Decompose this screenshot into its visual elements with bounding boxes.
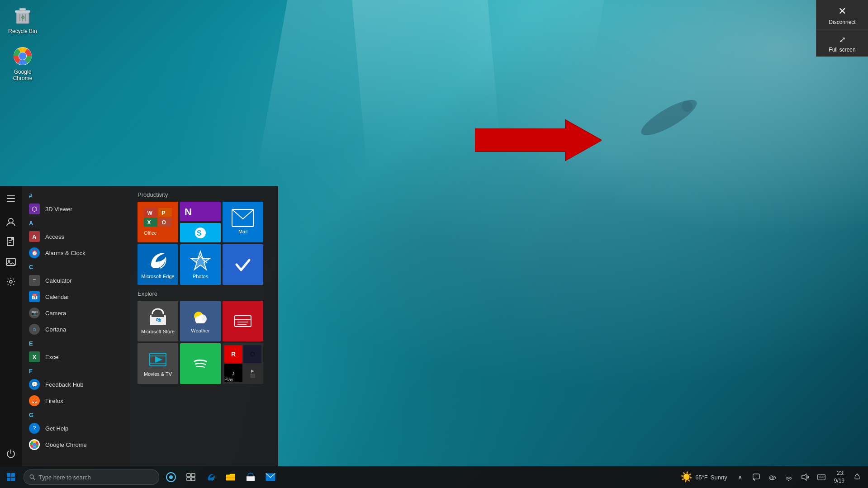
app-access[interactable]: A Access xyxy=(22,228,130,245)
hamburger-menu[interactable] xyxy=(2,190,20,208)
tile-spotify[interactable] xyxy=(180,343,221,384)
section-f: F xyxy=(22,365,130,376)
section-g: G xyxy=(22,409,130,420)
settings-icon[interactable] xyxy=(2,273,20,291)
tile-mail[interactable]: Mail xyxy=(223,202,263,242)
svg-rect-54 xyxy=(11,478,15,481)
tray-keyboard[interactable] xyxy=(814,470,829,484)
svg-text:N: N xyxy=(185,206,192,218)
tile-photos-label: Photos xyxy=(193,274,208,280)
app-google-chrome[interactable]: Google Chrome xyxy=(22,436,130,453)
tiles-row-4: Movies & TV R xyxy=(138,343,271,384)
app-excel[interactable]: X Excel xyxy=(22,349,130,365)
svg-text:O: O xyxy=(162,219,166,226)
tile-skype[interactable]: S xyxy=(180,223,221,242)
search-input[interactable] xyxy=(39,474,153,481)
svg-rect-61 xyxy=(187,478,190,481)
tiles-row-2: Microsoft Edge Photos xyxy=(138,244,271,285)
app-feedback-hub-label: Feedback Hub xyxy=(45,381,84,388)
svg-point-57 xyxy=(166,473,175,482)
start-button[interactable] xyxy=(0,466,22,488)
notification-icon[interactable] xyxy=(850,470,864,484)
svg-point-58 xyxy=(169,475,173,479)
tile-ms-store-label: Microsoft Store xyxy=(141,329,175,335)
tray-network[interactable] xyxy=(782,470,796,484)
disconnect-label: Disconnect xyxy=(829,19,855,25)
app-get-help-icon: ? xyxy=(29,423,40,434)
weather-temp: 65°F xyxy=(695,474,708,481)
app-camera[interactable]: 📷 Camera xyxy=(22,305,130,321)
app-cortana[interactable]: ○ Cortana xyxy=(22,321,130,337)
tile-movies-label: Movies & TV xyxy=(144,371,172,377)
svg-point-55 xyxy=(30,475,33,479)
app-feedback-hub[interactable]: 💬 Feedback Hub xyxy=(22,376,130,393)
app-3d-viewer-icon: ⬡ xyxy=(29,204,40,214)
taskbar-mail[interactable] xyxy=(261,466,280,488)
app-access-icon: A xyxy=(29,231,40,242)
app-firefox-icon: 🦊 xyxy=(29,395,40,406)
app-calculator-label: Calculator xyxy=(45,277,72,284)
svg-line-56 xyxy=(33,478,35,480)
recycle-bin-icon[interactable]: ♻ Recycle Bin xyxy=(5,5,41,34)
tiles-row-3: 🛍 Microsoft Store Weather xyxy=(138,301,271,341)
app-get-help[interactable]: ? Get Help xyxy=(22,420,130,436)
tile-photos[interactable]: Photos xyxy=(180,244,221,285)
app-firefox[interactable]: 🦊 Firefox xyxy=(22,393,130,409)
tile-weather[interactable]: Weather xyxy=(180,301,221,341)
user-icon[interactable] xyxy=(2,213,20,231)
documents-icon[interactable] xyxy=(2,233,20,251)
svg-text:P: P xyxy=(162,209,166,216)
tile-news[interactable] xyxy=(223,301,263,341)
pictures-icon[interactable] xyxy=(2,253,20,271)
taskbar: ☀️ 65°F Sunny ∧ xyxy=(0,466,868,488)
recycle-bin-image: ♻ xyxy=(12,5,33,26)
tile-play-roblox: R xyxy=(224,345,242,363)
svg-text:W: W xyxy=(147,209,153,216)
recycle-bin-label: Recycle Bin xyxy=(8,28,37,34)
fullscreen-button[interactable]: ⤢ Full-screen xyxy=(816,29,868,57)
svg-rect-59 xyxy=(187,474,190,477)
svg-point-72 xyxy=(788,480,789,481)
section-c: C xyxy=(22,261,130,272)
disconnect-button[interactable]: ✕ Disconnect xyxy=(816,0,868,29)
taskbar-edge[interactable] xyxy=(201,466,221,488)
clock[interactable]: 23: 9/19 xyxy=(830,469,848,485)
svg-marker-47 xyxy=(155,356,162,363)
app-3d-viewer[interactable]: ⬡ 3D Viewer xyxy=(22,201,130,217)
weather-icon: ☀️ xyxy=(680,471,693,483)
tile-ms-store[interactable]: 🛍 Microsoft Store xyxy=(138,301,178,341)
app-alarms[interactable]: ⏰ Alarms & Clock xyxy=(22,245,130,261)
google-chrome-icon[interactable]: Google Chrome xyxy=(5,45,41,82)
tray-speaker[interactable] xyxy=(798,470,812,484)
tile-play[interactable]: R ⬡ ♪ ▶ ⬛ Play xyxy=(223,343,263,384)
red-arrow xyxy=(475,118,602,163)
tile-tasks[interactable] xyxy=(223,244,263,285)
power-icon[interactable] xyxy=(2,445,20,463)
tray-cloud[interactable] xyxy=(765,470,780,484)
search-bar[interactable] xyxy=(24,469,159,485)
tile-mail-label: Mail xyxy=(238,229,247,235)
tray-chat[interactable] xyxy=(749,470,764,484)
app-calendar[interactable]: 📅 Calendar xyxy=(22,289,130,305)
tile-onenote[interactable]: N xyxy=(180,202,221,221)
weather-tray[interactable]: ☀️ 65°F Sunny xyxy=(677,466,730,488)
app-calculator[interactable]: = Calculator xyxy=(22,272,130,289)
app-camera-icon: 📷 xyxy=(29,308,40,318)
app-cortana-icon: ○ xyxy=(29,324,40,335)
svg-rect-63 xyxy=(226,475,235,480)
cortana-taskbar-button[interactable] xyxy=(161,466,181,488)
app-excel-label: Excel xyxy=(45,354,60,360)
app-feedback-hub-icon: 💬 xyxy=(29,379,40,390)
svg-rect-5 xyxy=(19,8,26,11)
task-view-button[interactable] xyxy=(181,466,201,488)
tile-edge[interactable]: Microsoft Edge xyxy=(138,244,178,285)
svg-rect-51 xyxy=(7,473,10,477)
tile-office[interactable]: W P X O Office xyxy=(138,202,178,242)
tray-chevron[interactable]: ∧ xyxy=(733,470,747,484)
taskbar-explorer[interactable] xyxy=(221,466,241,488)
section-hash: # xyxy=(22,190,130,201)
app-list-panel: # ⬡ 3D Viewer A A Access ⏰ Alarms & Cloc… xyxy=(22,186,130,466)
svg-rect-62 xyxy=(191,478,195,481)
tile-movies[interactable]: Movies & TV xyxy=(138,343,178,384)
taskbar-store[interactable] xyxy=(241,466,261,488)
